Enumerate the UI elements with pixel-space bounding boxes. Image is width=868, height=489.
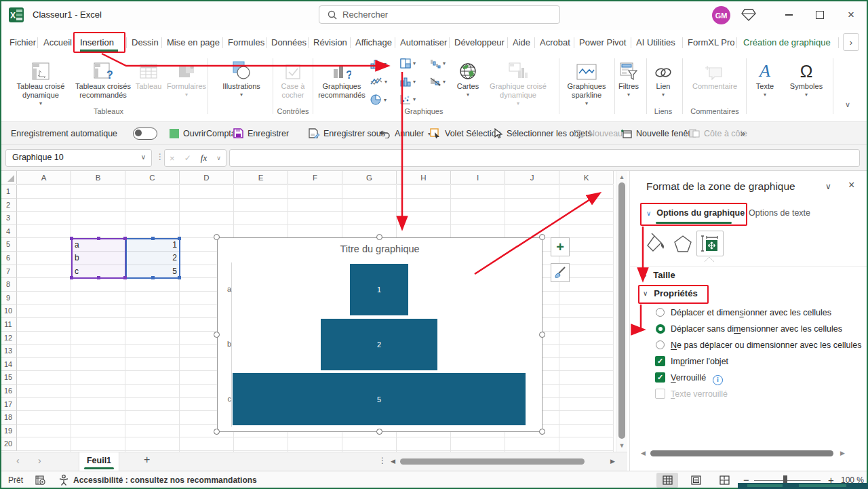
save-as-button[interactable]: Enregistrer sous	[309, 122, 385, 144]
add-sheet-button[interactable]: +	[144, 454, 150, 466]
checkbox-row-2[interactable]: Texte verrouillé	[630, 387, 868, 402]
funnel-chart[interactable]: Titre du graphique 1a2b5c	[217, 237, 542, 432]
recommended-charts-button[interactable]: ? Graphiques recommandés	[315, 57, 369, 100]
cell-b5[interactable]: a	[75, 239, 122, 252]
maps-button[interactable]: Cartes▾	[452, 57, 484, 98]
minimize-button[interactable]	[773, 0, 804, 30]
row-header-5[interactable]: 5	[0, 238, 17, 252]
radio-selected[interactable]	[656, 324, 665, 334]
radio-row-0[interactable]: Déplacer et dimensionner avec les cellul…	[630, 306, 868, 321]
illustrations-button[interactable]: Illustrations▾	[212, 57, 271, 98]
autosave-toggle[interactable]	[133, 128, 157, 140]
tab-dessin[interactable]: Dessin	[132, 34, 159, 52]
chart-elements-button[interactable]: +	[551, 237, 570, 256]
checkbox-unchecked[interactable]	[655, 389, 665, 399]
text-button[interactable]: A Texte▾	[750, 57, 780, 98]
tab-formxl-pro[interactable]: FormXL Pro	[688, 34, 735, 52]
cell-c6[interactable]: 2	[128, 252, 177, 265]
pane-scroll-left-icon[interactable]: ◀	[641, 450, 646, 456]
vertical-scrollbar[interactable]: ▲ ▼	[616, 171, 627, 452]
more-tabs-button[interactable]: ›	[843, 33, 859, 51]
row-header-15[interactable]: 15	[0, 371, 17, 385]
insert-statistic-chart-button[interactable]: ▾	[400, 77, 416, 87]
row-header-14[interactable]: 14	[0, 358, 17, 372]
formula-chevron-icon[interactable]: ∨	[216, 155, 221, 161]
formula-input[interactable]	[229, 149, 860, 167]
collapse-ribbon-chevron-icon[interactable]: ∨	[845, 100, 850, 109]
search-box[interactable]: Rechercher	[319, 5, 560, 24]
radio-row-1[interactable]: Déplacer sans dimensionner avec les cell…	[630, 322, 868, 337]
tab-ai-utilities[interactable]: AI Utilities	[636, 34, 675, 52]
insert-pie-chart-button[interactable]: ▾	[370, 94, 387, 105]
maximize-button[interactable]	[804, 0, 835, 30]
row-header-12[interactable]: 12	[0, 332, 17, 345]
scroll-up-icon[interactable]: ▲	[616, 174, 627, 180]
tab-text-options[interactable]: Options de texte	[749, 208, 810, 218]
funnel-bar-a[interactable]: 1	[350, 264, 408, 315]
checkbox-row-1[interactable]: ✓Verrouilléi	[630, 371, 868, 386]
cell-b6[interactable]: b	[75, 252, 122, 265]
tab-creation-graphique[interactable]: Création de graphique	[743, 34, 831, 52]
column-header-E[interactable]: E	[234, 171, 288, 184]
radio-unselected[interactable]	[656, 340, 665, 349]
row-header-9[interactable]: 9	[0, 292, 17, 305]
sheet-tab-feuil1[interactable]: Feuil1	[79, 452, 119, 471]
checkbox-checked[interactable]: ✓	[655, 372, 665, 383]
column-header-F[interactable]: F	[288, 171, 342, 184]
scroll-down-icon[interactable]: ▼	[616, 442, 627, 449]
column-header-A[interactable]: A	[17, 171, 71, 184]
row-header-10[interactable]: 10	[0, 305, 17, 318]
tab-accueil[interactable]: Accueil	[43, 34, 72, 52]
close-button[interactable]: ×	[835, 0, 867, 30]
tab-automatiser[interactable]: Automatiser	[400, 34, 447, 52]
tab-chart-options[interactable]: ∨ Options du graphique	[646, 208, 745, 218]
accessibility-icon[interactable]	[58, 474, 69, 486]
excel-logo-icon[interactable]: X	[9, 7, 24, 22]
insert-line-chart-button[interactable]: ▾	[370, 77, 387, 86]
funnel-bar-c[interactable]: 5	[233, 373, 526, 425]
chart-handle[interactable]	[376, 429, 382, 435]
sheet-next-icon[interactable]: ›	[38, 455, 41, 466]
zoom-slider-track[interactable]	[754, 480, 821, 481]
gem-icon[interactable]	[741, 8, 756, 22]
row-header-1[interactable]: 1	[0, 185, 17, 199]
fill-line-icon[interactable]	[645, 233, 665, 255]
undo-button[interactable]: Annuler▾	[380, 122, 431, 144]
tab-formules[interactable]: Formules	[228, 34, 264, 52]
recommended-pivot-button[interactable]: ? Tableaux croisés recommandés	[73, 57, 133, 100]
sheet-hscrollbar-thumb[interactable]	[400, 458, 585, 465]
insert-function-icon[interactable]: fx	[201, 153, 207, 163]
funnel-bar-b[interactable]: 2	[321, 319, 438, 370]
pivot-table-button[interactable]: Tableau croisé dynamique▾	[9, 57, 72, 106]
chart-styles-button[interactable]	[551, 263, 570, 282]
insert-combo-chart-button[interactable]: ▾	[430, 77, 446, 87]
new-window-button[interactable]: Nouvelle fenêtre	[621, 122, 698, 144]
qat-more-button[interactable]: »	[741, 122, 745, 144]
cell-c7[interactable]: 5	[128, 265, 177, 278]
tab-mise-en-page[interactable]: Mise en page	[167, 34, 220, 52]
sparkline-button[interactable]: Graphiques sparkline▾	[561, 57, 612, 106]
chart-handle[interactable]	[539, 332, 545, 338]
view-normal-button[interactable]	[656, 473, 678, 488]
column-header-K[interactable]: K	[559, 171, 614, 184]
tab-revision[interactable]: Révision	[313, 34, 347, 52]
row-header-6[interactable]: 6	[0, 252, 17, 265]
tab-acrobat[interactable]: Acrobat	[540, 34, 570, 52]
save-button[interactable]: Enregistrer	[233, 122, 289, 144]
chart-handle[interactable]	[214, 332, 220, 338]
chart-handle[interactable]	[214, 429, 220, 435]
section-taille[interactable]: › Taille	[644, 270, 675, 280]
selection-pane-button[interactable]: Volet Sélection	[430, 122, 501, 144]
sheet-prev-icon[interactable]: ‹	[16, 455, 20, 466]
column-header-J[interactable]: J	[505, 171, 559, 184]
column-header-D[interactable]: D	[180, 171, 234, 184]
view-layout-button[interactable]	[685, 473, 707, 488]
tab-aide[interactable]: Aide	[513, 34, 530, 52]
tab-power-pivot[interactable]: Power Pivot	[579, 34, 626, 52]
checkbox-row-0[interactable]: ✓Imprimer l'objet	[630, 355, 868, 370]
insert-scatter-chart-button[interactable]: ▾	[400, 94, 416, 104]
column-header-G[interactable]: G	[342, 171, 397, 184]
row-header-19[interactable]: 19	[0, 425, 17, 438]
row-header-3[interactable]: 3	[0, 212, 17, 225]
tab-donnees[interactable]: Données	[271, 34, 307, 52]
